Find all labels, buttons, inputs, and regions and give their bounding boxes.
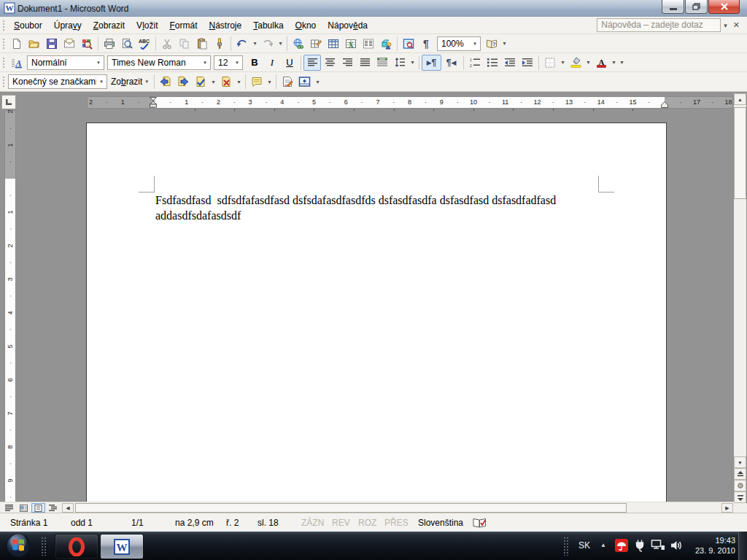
vertical-ruler[interactable]: 21··1·2·3·4·5·6·7·8·9·· — [5, 111, 15, 503]
taskbar-button-opera[interactable] — [55, 534, 98, 559]
open-button[interactable] — [26, 36, 43, 52]
copy-button[interactable] — [176, 36, 193, 52]
toolbar-options-arrow[interactable]: ▾ — [500, 36, 508, 52]
vertical-scrollbar-thumb[interactable] — [734, 107, 746, 199]
font-combo[interactable]: Times New Roman ▾ — [107, 55, 211, 70]
undo-dropdown-arrow[interactable]: ▾ — [251, 36, 259, 52]
menu-item-vložit[interactable]: Vložit — [131, 18, 163, 34]
redo-dropdown-arrow[interactable]: ▾ — [276, 36, 285, 52]
save-button[interactable] — [43, 36, 61, 52]
reviewing-pane-button[interactable] — [296, 74, 314, 90]
format-painter-button[interactable] — [211, 36, 228, 52]
paste-button[interactable] — [193, 36, 211, 52]
previous-change-button[interactable] — [157, 74, 174, 90]
indent-markers[interactable] — [150, 97, 157, 108]
font-color-dropdown-arrow[interactable]: ▾ — [610, 55, 618, 71]
increase-indent-button[interactable] — [519, 55, 536, 71]
menu-item-úpravy[interactable]: Úpravy — [48, 18, 88, 34]
style-combo[interactable]: Normální ▾ — [27, 55, 104, 70]
italic-button[interactable]: I — [263, 55, 281, 71]
chevron-down-icon[interactable]: ▾ — [232, 56, 242, 69]
toolbar-grip[interactable] — [2, 38, 6, 50]
tray-language-indicator[interactable]: SK — [578, 540, 590, 551]
previous-page-button[interactable] — [734, 468, 746, 480]
web-layout-view-button[interactable] — [17, 503, 31, 513]
print-button[interactable] — [101, 36, 118, 52]
highlight-dropdown-arrow[interactable]: ▾ — [584, 55, 592, 71]
avira-antivirus-tray-icon[interactable] — [615, 539, 628, 552]
menu-item-nástroje[interactable]: Nástroje — [204, 18, 248, 34]
menu-item-soubor[interactable]: Soubor — [8, 18, 48, 34]
menu-item-nápověda[interactable]: Nápověda — [322, 18, 374, 34]
horizontal-ruler[interactable]: 21··1·2·3·4·5·6·7·8·9·10·11·12·13·14·15·… — [88, 97, 732, 108]
scroll-right-button[interactable]: ▶ — [721, 503, 733, 513]
show-paragraph-marks-button[interactable]: ¶ — [417, 36, 435, 52]
reject-change-button[interactable] — [217, 74, 235, 90]
status-mode-zazn[interactable]: ZÁZN — [301, 518, 324, 528]
justify-button[interactable] — [356, 55, 374, 71]
chevron-down-icon[interactable]: ▾ — [470, 37, 480, 50]
styles-and-formatting-button[interactable]: A — [8, 55, 26, 71]
drawing-button[interactable] — [377, 36, 395, 52]
insert-hyperlink-button[interactable] — [290, 36, 307, 52]
spelling-grammar-button[interactable]: ABC — [136, 36, 153, 52]
spelling-status-book-icon[interactable] — [473, 518, 487, 528]
bullets-button[interactable] — [484, 55, 501, 71]
vertical-scrollbar[interactable]: ▲ ▼ — [734, 93, 746, 503]
taskbar-button-word[interactable]: W — [100, 534, 144, 559]
insert-excel-worksheet-button[interactable]: X — [342, 36, 360, 52]
toolbar-options-arrow[interactable]: ▾ — [314, 74, 322, 90]
minimize-button[interactable] — [662, 0, 684, 14]
distributed-button[interactable] — [374, 55, 391, 71]
accept-change-dropdown-arrow[interactable]: ▾ — [209, 74, 217, 90]
next-page-button[interactable] — [734, 491, 746, 503]
menu-item-formát[interactable]: Formát — [163, 18, 203, 34]
new-document-button[interactable] — [8, 36, 26, 52]
normal-view-button[interactable] — [2, 503, 16, 513]
next-change-button[interactable] — [174, 74, 192, 90]
reject-change-dropdown-arrow[interactable]: ▾ — [235, 74, 243, 90]
print-layout-view-button[interactable] — [31, 503, 45, 513]
bold-button[interactable]: B — [246, 55, 263, 71]
status-language[interactable]: Slovenština — [418, 518, 463, 528]
chevron-down-icon[interactable]: ▾ — [96, 75, 107, 88]
left-to-right-button[interactable]: ▶¶ — [422, 55, 441, 71]
tray-clock[interactable]: 19:43 23. 9. 2010 — [695, 535, 735, 556]
hidden-icons-chevron[interactable]: ▲ — [600, 542, 606, 548]
print-preview-button[interactable] — [118, 36, 136, 52]
toolbar-grip[interactable] — [2, 20, 6, 31]
status-mode-pres[interactable]: PŘES — [384, 518, 409, 528]
line-spacing-dropdown-arrow[interactable]: ▾ — [409, 55, 417, 71]
chevron-down-icon[interactable]: ▾ — [93, 56, 104, 69]
menu-item-zobrazit[interactable]: Zobrazit — [88, 18, 131, 34]
horizontal-scrollbar-thumb[interactable] — [75, 503, 627, 513]
chevron-down-icon[interactable]: ▾ — [721, 22, 730, 29]
underline-button[interactable]: U — [281, 55, 298, 71]
track-changes-button[interactable] — [279, 74, 296, 90]
email-button[interactable] — [61, 36, 78, 52]
insert-table-button[interactable] — [325, 36, 342, 52]
insert-comment-button[interactable] — [248, 74, 266, 90]
help-button[interactable]: ? — [483, 36, 500, 52]
highlight-button[interactable] — [567, 55, 584, 71]
network-tray-icon[interactable] — [651, 539, 665, 552]
display-for-review-combo[interactable]: Konečný se značkami ▾ — [8, 74, 107, 89]
document-map-button[interactable] — [400, 36, 417, 52]
font-color-button[interactable]: A — [592, 55, 610, 71]
align-left-button[interactable] — [303, 55, 321, 71]
border-dropdown-arrow[interactable]: ▾ — [559, 55, 567, 71]
document-paragraph-line-1[interactable]: Fsdfasdfasd sdfsdfafasdfasd dsfsdafasdfa… — [155, 192, 556, 208]
toolbar-grip[interactable] — [2, 76, 6, 88]
menu-item-okno[interactable]: Okno — [290, 18, 322, 34]
menu-item-tabulka[interactable]: Tabulka — [247, 18, 289, 34]
redo-button[interactable] — [259, 36, 276, 52]
select-browse-object-button[interactable] — [734, 480, 746, 491]
toolbar-options-arrow[interactable]: ▾ — [618, 55, 626, 71]
document-page[interactable]: Fsdfasdfasd sdfsdfafasdfasd dsfsdafasdfa… — [86, 122, 667, 504]
outside-border-button[interactable] — [541, 55, 559, 71]
right-indent-marker[interactable] — [661, 101, 668, 108]
numbering-button[interactable]: 12 — [466, 55, 484, 71]
right-to-left-button[interactable]: ¶◀ — [441, 55, 461, 71]
decrease-indent-button[interactable] — [501, 55, 519, 71]
power-plug-tray-icon[interactable] — [633, 539, 646, 552]
